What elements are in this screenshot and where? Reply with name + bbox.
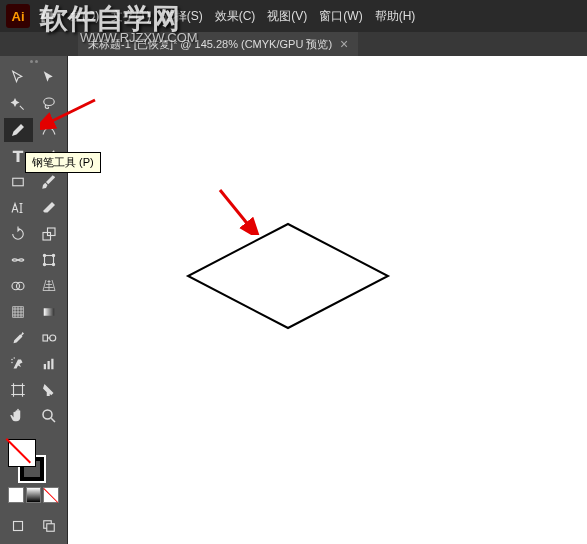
svg-point-16 — [12, 359, 14, 361]
canvas[interactable] — [68, 56, 587, 544]
pen-tool-tooltip: 钢笔工具 (P) — [25, 152, 101, 173]
menu-window[interactable]: 窗口(W) — [313, 2, 368, 31]
draw-mode-behind-icon[interactable] — [35, 514, 64, 538]
svg-marker-28 — [188, 224, 388, 328]
svg-rect-20 — [47, 361, 49, 369]
svg-rect-14 — [43, 335, 48, 341]
color-swatches — [2, 435, 65, 507]
svg-line-29 — [48, 100, 95, 123]
menu-view[interactable]: 视图(V) — [261, 2, 313, 31]
diamond-shape[interactable] — [178, 216, 398, 336]
menu-select[interactable]: 选择(S) — [157, 2, 209, 31]
hand-tool-icon[interactable] — [4, 404, 33, 428]
fill-swatch[interactable] — [8, 439, 36, 467]
blend-tool-icon[interactable] — [35, 326, 64, 350]
home-icon[interactable] — [36, 5, 58, 27]
svg-rect-3 — [43, 233, 51, 241]
magic-wand-tool-icon[interactable] — [4, 92, 33, 116]
scale-tool-icon[interactable] — [35, 222, 64, 246]
menu-help[interactable]: 帮助(H) — [369, 2, 422, 31]
svg-line-30 — [220, 190, 250, 227]
menu-object[interactable]: 象(O) — [64, 2, 105, 31]
symbol-sprayer-tool-icon[interactable] — [4, 352, 33, 376]
width-tool-icon[interactable] — [4, 248, 33, 272]
eraser-tool-icon[interactable] — [35, 196, 64, 220]
svg-rect-24 — [14, 522, 23, 531]
free-transform-tool-icon[interactable] — [35, 248, 64, 272]
main-menu: 象(O) 文字(T) 选择(S) 效果(C) 视图(V) 窗口(W) 帮助(H) — [64, 2, 421, 31]
rotate-tool-icon[interactable] — [4, 222, 33, 246]
mesh-tool-icon[interactable] — [4, 300, 33, 324]
svg-rect-19 — [44, 364, 46, 369]
menu-type[interactable]: 文字(T) — [105, 2, 156, 31]
svg-point-6 — [43, 254, 45, 256]
svg-rect-22 — [14, 386, 23, 395]
panel-grip[interactable] — [2, 60, 65, 63]
artboard-tool-icon[interactable] — [4, 378, 33, 402]
paintbrush-tool-icon[interactable] — [35, 170, 64, 194]
annotation-arrow-icon — [215, 185, 265, 235]
selection-tool-icon[interactable] — [4, 66, 33, 90]
document-tab[interactable]: 未标题-1 [已恢复]* @ 145.28% (CMYK/GPU 预览) × — [78, 32, 358, 56]
svg-point-17 — [14, 357, 16, 359]
color-mode-icon[interactable] — [8, 487, 24, 503]
svg-point-11 — [17, 282, 25, 290]
tab-close-icon[interactable]: × — [340, 36, 348, 52]
svg-point-7 — [52, 254, 54, 256]
column-graph-tool-icon[interactable] — [35, 352, 64, 376]
perspective-grid-tool-icon[interactable] — [35, 274, 64, 298]
none-mode-icon[interactable] — [43, 487, 59, 503]
svg-rect-5 — [44, 256, 53, 265]
annotation-arrow-icon — [40, 95, 100, 135]
gradient-mode-icon[interactable] — [26, 487, 42, 503]
svg-point-8 — [43, 263, 45, 265]
svg-rect-26 — [47, 524, 55, 532]
menu-effect[interactable]: 效果(C) — [209, 2, 262, 31]
slice-tool-icon[interactable] — [35, 378, 64, 402]
app-icon: Ai — [6, 4, 30, 28]
svg-rect-2 — [13, 178, 24, 186]
fill-stroke-control[interactable] — [8, 439, 52, 483]
zoom-tool-icon[interactable] — [35, 404, 64, 428]
svg-point-9 — [52, 263, 54, 265]
document-tabs: 未标题-1 [已恢复]* @ 145.28% (CMYK/GPU 预览) × — [0, 32, 587, 56]
eyedropper-tool-icon[interactable] — [4, 326, 33, 350]
svg-point-15 — [50, 335, 56, 341]
gradient-tool-icon[interactable] — [35, 300, 64, 324]
shape-builder-tool-icon[interactable] — [4, 274, 33, 298]
pen-tool-icon[interactable] — [4, 118, 33, 142]
svg-point-23 — [43, 410, 52, 419]
rectangle-tool-icon[interactable] — [4, 170, 33, 194]
draw-mode-normal-icon[interactable] — [4, 514, 33, 538]
tab-title: 未标题-1 [已恢复]* @ 145.28% (CMYK/GPU 预览) — [88, 37, 332, 52]
direct-selection-tool-icon[interactable] — [35, 66, 64, 90]
svg-point-18 — [12, 362, 14, 364]
shaper-tool-icon[interactable] — [4, 196, 33, 220]
svg-rect-21 — [51, 359, 53, 370]
menu-bar: Ai 象(O) 文字(T) 选择(S) 效果(C) 视图(V) 窗口(W) 帮助… — [0, 0, 587, 32]
svg-rect-4 — [47, 228, 55, 236]
svg-rect-13 — [44, 308, 55, 316]
